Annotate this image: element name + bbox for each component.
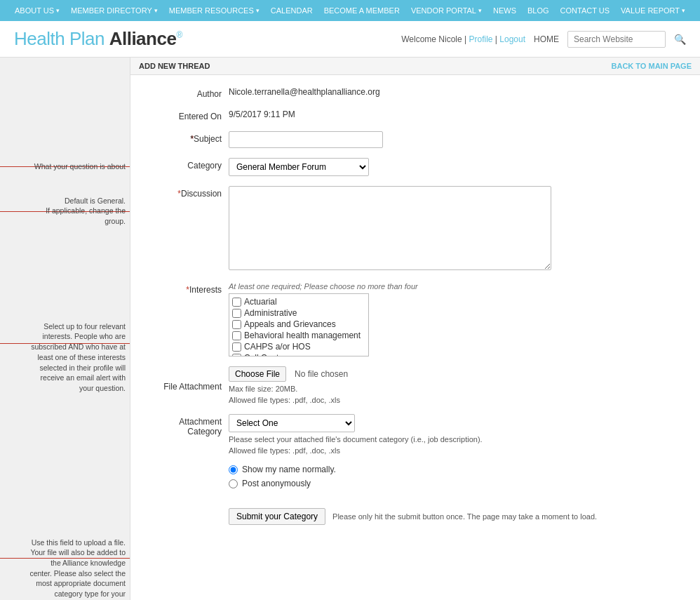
interest-item-cahps: CAHPS a/or HOS xyxy=(232,342,365,352)
interests-row: *Interests At least one required; Please… xyxy=(144,282,686,356)
search-input[interactable] xyxy=(567,31,666,48)
discussion-textarea[interactable] xyxy=(229,186,551,270)
interests-note: At least one required; Please choose no … xyxy=(229,282,686,291)
nav-value-report[interactable]: VALUE REPORT ▾ xyxy=(615,6,691,15)
home-link[interactable]: HOME xyxy=(534,34,559,44)
file-max-note: Max file size: 20MB. xyxy=(229,385,686,393)
file-types-note: Allowed file types: .pdf, .doc, .xls xyxy=(229,396,686,404)
discussion-row: *Discussion xyxy=(144,186,686,272)
chevron-down-icon: ▾ xyxy=(682,7,685,14)
add-new-thread-button[interactable]: ADD NEW THREAD xyxy=(139,62,210,70)
no-file-label: No file chosen xyxy=(295,369,348,379)
radio-normal-label: Show my name normally. xyxy=(242,465,336,474)
content-area: What your question is about Default is G… xyxy=(0,58,700,600)
submit-row: Submit your Category Please only hit the… xyxy=(144,502,686,525)
interest-item-callcenter: Call Center xyxy=(232,353,365,356)
interest-checkbox-appeals[interactable] xyxy=(232,320,241,329)
site-logo: Health Plan Alliance® xyxy=(14,28,182,50)
interest-checkbox-administrative[interactable] xyxy=(232,309,241,318)
form-body: Author Nicole.terranella@healthplanallia… xyxy=(130,75,700,546)
entered-on-value: 9/5/2017 9:11 PM xyxy=(229,107,295,119)
nav-member-directory[interactable]: MEMBER DIRECTORY ▾ xyxy=(65,6,163,15)
interest-item-appeals: Appeals and Grievances xyxy=(232,319,365,329)
file-attachment-row: File Attachment Choose File No file chos… xyxy=(144,366,686,404)
nav-contact-us[interactable]: CONTACT US xyxy=(555,6,616,15)
chevron-down-icon: ▾ xyxy=(154,7,158,14)
annotation-interests: Select up to four relevantinterests. Peo… xyxy=(31,321,126,394)
category-label: Category xyxy=(144,158,229,171)
logout-link[interactable]: Logout xyxy=(499,34,525,44)
category-select[interactable]: General Member Forum xyxy=(229,158,369,176)
entered-on-label: Entered On xyxy=(144,109,229,121)
submit-button[interactable]: Submit your Category xyxy=(229,508,325,525)
nav-blog[interactable]: BLOG xyxy=(522,6,555,15)
entered-on-row: Entered On 9/5/2017 9:11 PM xyxy=(144,109,686,121)
radio-anonymous[interactable] xyxy=(229,479,238,488)
chevron-down-icon: ▾ xyxy=(256,7,260,14)
nav-vendor-portal[interactable]: VENDOR PORTAL ▾ xyxy=(405,6,487,15)
attachment-desc: Please select your attached file's docum… xyxy=(229,435,551,444)
interest-checkbox-cahps[interactable] xyxy=(232,342,241,352)
discussion-label: *Discussion xyxy=(144,186,229,199)
attachment-category-row: Attachment Category Select One Please se… xyxy=(144,414,686,455)
chevron-down-icon: ▾ xyxy=(56,7,60,14)
submit-note: Please only hit the submit button once. … xyxy=(332,512,597,521)
interest-checkbox-actuarial[interactable] xyxy=(232,298,241,307)
visibility-row: Show my name normally. Post anonymously xyxy=(144,465,686,493)
subject-label: **Subject xyxy=(144,131,229,144)
header-right: Welcome Nicole | Profile | Logout HOME 🔍 xyxy=(401,31,686,48)
radio-anon-label: Post anonymously xyxy=(242,479,311,488)
nav-calendar[interactable]: CALENDAR xyxy=(265,6,318,15)
chevron-down-icon: ▾ xyxy=(478,7,482,14)
top-navigation: ABOUT US ▾ MEMBER DIRECTORY ▾ MEMBER RES… xyxy=(0,0,700,21)
author-row: Author Nicole.terranella@healthplanallia… xyxy=(144,86,686,99)
search-button[interactable]: 🔍 xyxy=(674,34,686,45)
form-header: ADD NEW THREAD BACK TO MAIN PAGE xyxy=(130,58,700,75)
form-section: ADD NEW THREAD BACK TO MAIN PAGE Author … xyxy=(130,58,700,600)
interest-item-administrative: Administrative xyxy=(232,308,365,318)
interests-list[interactable]: Actuarial Administrative Appeals and Gri… xyxy=(229,293,369,356)
interests-label: *Interests xyxy=(144,282,229,295)
choose-file-button[interactable]: Choose File xyxy=(229,366,286,382)
annotation-category: Default is General.If applicable, change… xyxy=(46,196,126,227)
site-header: Health Plan Alliance® Welcome Nicole | P… xyxy=(0,21,700,58)
category-row: Category General Member Forum xyxy=(144,158,686,176)
nav-become-member[interactable]: BECOME A MEMBER xyxy=(318,6,405,15)
attachment-types: Allowed file types: .pdf, .doc, .xls xyxy=(229,446,551,455)
interest-item-behavioral: Behavioral health management xyxy=(232,331,365,340)
author-label: Author xyxy=(144,86,229,99)
nav-news[interactable]: NEWS xyxy=(487,6,522,15)
attachment-category-label: Attachment Category xyxy=(144,414,229,436)
subject-input[interactable] xyxy=(229,131,383,148)
interest-item-actuarial: Actuarial xyxy=(232,297,365,307)
interest-checkbox-callcenter[interactable] xyxy=(232,354,241,357)
nav-member-resources[interactable]: MEMBER RESOURCES ▾ xyxy=(163,6,265,15)
author-value: Nicole.terranella@healthplanalliance.org xyxy=(229,84,380,97)
nav-about-us[interactable]: ABOUT US ▾ xyxy=(9,6,65,15)
interest-checkbox-behavioral[interactable] xyxy=(232,331,241,340)
radio-normal[interactable] xyxy=(229,465,238,474)
radio-anon-row: Post anonymously xyxy=(229,479,686,488)
radio-normal-row: Show my name normally. xyxy=(229,465,686,474)
annotation-file: Use this field to upload a file.Your fil… xyxy=(29,538,126,600)
profile-link[interactable]: Profile xyxy=(469,34,492,44)
back-to-main-button[interactable]: BACK TO MAIN PAGE xyxy=(612,62,692,70)
file-attachment-label: File Attachment xyxy=(144,379,229,392)
annotation-column: What your question is about Default is G… xyxy=(0,58,130,600)
subject-row: **Subject xyxy=(144,131,686,148)
annotation-subject: What your question is about xyxy=(34,161,126,172)
attachment-category-select[interactable]: Select One xyxy=(229,414,355,432)
